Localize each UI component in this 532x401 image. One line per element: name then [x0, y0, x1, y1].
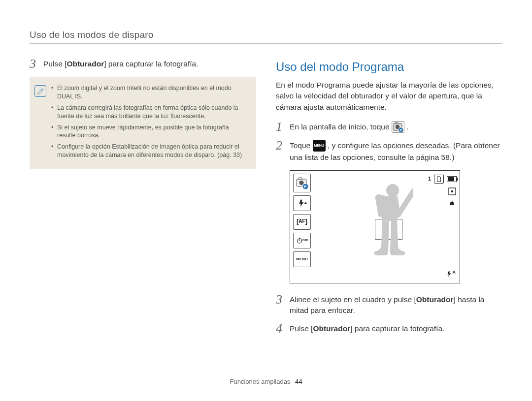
lcd-status-row: 1: [428, 175, 457, 184]
page-footer: Funciones ampliadas 44: [0, 378, 532, 385]
step-1: 1 En la pantalla de inicio, toque P .: [276, 122, 502, 133]
section-header: Uso de los modos de disparo: [30, 30, 502, 40]
notes-list: El zoom digital y el zoom Intelli no est…: [51, 84, 248, 162]
lcd-right-icons: 1: [428, 175, 457, 207]
right-column: Uso del modo Programa En el modo Program…: [276, 59, 502, 342]
program-mode-badge-icon: P: [293, 174, 311, 192]
text: Alinee el sujeto en el cuadro y pulse [: [290, 295, 416, 304]
flash-status-icon: A: [446, 269, 456, 279]
note-icon: [34, 85, 46, 97]
step-body: Alinee el sujeto en el cuadro y pulse [O…: [290, 294, 502, 316]
battery-icon: [447, 176, 457, 182]
list-item: El zoom digital y el zoom Intelli no est…: [51, 84, 248, 101]
text: Pulse [: [290, 324, 313, 333]
step-body: Toque MENU , y configure las opciones de…: [290, 140, 502, 163]
text: .: [406, 123, 408, 131]
step-body: Pulse [Obturador] para capturar la fotog…: [290, 323, 502, 334]
svg-rect-11: [299, 238, 300, 238]
ois-icon: [448, 199, 457, 207]
exposure-icon: [448, 187, 457, 195]
svg-point-7: [299, 181, 304, 185]
camera-lcd-illustration: P A [AF] OFF MENU 1: [290, 170, 460, 283]
shutter-label: Obturador: [66, 60, 104, 68]
step-number: 3: [30, 58, 43, 70]
intro-paragraph: En el modo Programa puede ajustar la may…: [276, 80, 502, 113]
flash-auto-icon: A: [293, 195, 311, 211]
step-body: Pulse [Obturador] para capturar la fotog…: [43, 59, 256, 69]
step-number: 1: [276, 121, 290, 133]
svg-text:P: P: [304, 185, 307, 189]
shutter-label: Obturador: [416, 295, 454, 304]
two-columns: 3 Pulse [Obturador] para capturar la fot…: [30, 59, 502, 342]
menu-button-icon: MENU: [293, 251, 311, 267]
af-icon: [AF]: [293, 214, 311, 230]
svg-rect-1: [395, 123, 398, 124]
timer-off-icon: OFF: [293, 233, 311, 248]
divider: [30, 43, 502, 44]
svg-point-10: [297, 239, 301, 243]
step-body: En la pantalla de inicio, toque P .: [290, 122, 502, 133]
step-3-left: 3 Pulse [Obturador] para capturar la fot…: [30, 59, 256, 70]
list-item: Configure la opción Estabilización de im…: [51, 143, 248, 159]
left-column: 3 Pulse [Obturador] para capturar la fot…: [30, 59, 256, 342]
sd-card-icon: [434, 175, 444, 184]
svg-point-14: [451, 190, 453, 192]
shots-remaining: 1: [428, 175, 431, 183]
manual-page: Uso de los modos de disparo 3 Pulse [Obt…: [0, 0, 532, 401]
text: Toque: [290, 141, 313, 150]
lcd-left-icons: P A [AF] OFF MENU: [293, 174, 311, 280]
step-2: 2 Toque MENU , y configure las opciones …: [276, 140, 502, 163]
svg-rect-6: [299, 178, 302, 180]
page-title: Uso del modo Programa: [276, 59, 502, 76]
menu-icon: MENU: [313, 140, 326, 152]
svg-point-15: [386, 184, 399, 197]
notes-box: El zoom digital y el zoom Intelli no est…: [30, 77, 256, 169]
text: ] para capturar la fotografía.: [104, 60, 198, 68]
step-number: 3: [276, 293, 290, 306]
pencil-icon: [37, 88, 44, 95]
text: En la pantalla de inicio, toque: [290, 123, 392, 131]
step-4: 4 Pulse [Obturador] para capturar la fot…: [276, 323, 502, 335]
person-silhouette-icon: [369, 180, 413, 278]
step-3: 3 Alinee el sujeto en el cuadro y pulse …: [276, 294, 502, 316]
text: ] para capturar la fotografía.: [350, 324, 444, 333]
program-mode-icon: P: [392, 121, 404, 133]
list-item: Si el sujeto se mueve rápidamente, es po…: [51, 123, 248, 140]
step-number: 4: [276, 322, 290, 335]
list-item: La cámara corregirá las fotografías en f…: [51, 104, 248, 121]
step-number: 2: [276, 139, 290, 152]
page-number: 44: [295, 378, 302, 385]
footer-section: Funciones ampliadas: [230, 378, 291, 385]
svg-text:P: P: [399, 128, 402, 132]
shutter-label: Obturador: [313, 324, 350, 333]
text: Pulse [: [43, 60, 66, 68]
